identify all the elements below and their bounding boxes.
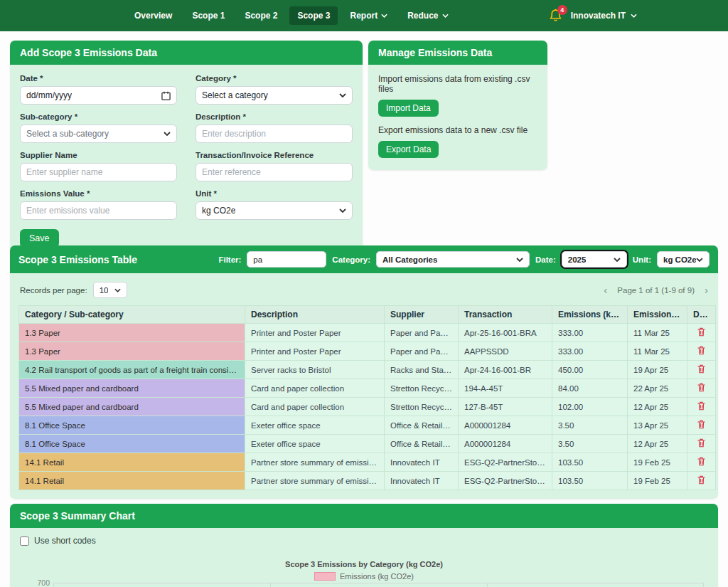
table-header-row: Category / Sub-category Description Supp… bbox=[19, 306, 716, 324]
date-input[interactable]: dd/mm/yyyy bbox=[20, 86, 177, 105]
add-emissions-panel: Add Scope 3 Emissions Data Date * dd/mm/… bbox=[10, 41, 363, 258]
category-cell: 4.2 Rail transport of goods as part of a… bbox=[19, 361, 245, 379]
chart-gridline-vertical bbox=[53, 583, 54, 587]
supplier-cell: Office & Retail Lets bbox=[385, 416, 459, 435]
emissions-cell: 450.00 bbox=[552, 361, 628, 379]
delete-row-button[interactable] bbox=[697, 364, 705, 374]
unit-filter-select[interactable]: kg CO2e bbox=[657, 251, 710, 268]
nav-item-scope1[interactable]: Scope 1 bbox=[184, 6, 232, 25]
category-filter-label: Category: bbox=[332, 255, 370, 264]
description-label: Description * bbox=[196, 112, 353, 121]
table-row: 5.5 Mixed paper and cardboard Card and p… bbox=[19, 379, 716, 398]
import-data-button[interactable]: Import Data bbox=[378, 100, 439, 117]
chevron-down-icon bbox=[516, 258, 523, 262]
emissions-date-cell: 19 Feb 25 bbox=[628, 472, 687, 490]
notification-bell[interactable]: 4 bbox=[550, 9, 562, 23]
emissions-cell: 102.00 bbox=[552, 398, 628, 416]
emissions-date-cell: 12 Apr 25 bbox=[628, 398, 687, 416]
emissions-cell: 103.50 bbox=[552, 472, 628, 490]
filter-input[interactable] bbox=[247, 251, 326, 268]
emissions-value-input[interactable] bbox=[20, 201, 177, 220]
category-select[interactable]: Select a category bbox=[196, 86, 353, 105]
description-cell: Server racks to Bristol bbox=[245, 361, 385, 379]
supplier-input[interactable] bbox=[20, 163, 177, 181]
delete-row-button[interactable] bbox=[697, 475, 705, 485]
nav-item-scope2[interactable]: Scope 2 bbox=[237, 6, 285, 25]
chart-legend: Emissions (kg CO2e) bbox=[10, 572, 718, 581]
chevron-down-icon bbox=[442, 14, 449, 18]
nav-item-scope3[interactable]: Scope 3 bbox=[289, 6, 338, 25]
table-row: 8.1 Office Space Exeter office space Off… bbox=[19, 435, 716, 453]
trash-icon bbox=[697, 327, 705, 337]
nav-label: Scope 2 bbox=[245, 11, 277, 21]
col-header-description: Description bbox=[245, 306, 385, 324]
transaction-cell: ESG-Q2-PartnerStore-Loc5 bbox=[459, 472, 552, 490]
supplier-cell: Racks and Stacks Ltd bbox=[385, 361, 459, 379]
panel-title-text: Add Scope 3 Emissions Data bbox=[20, 47, 157, 58]
col-header-category: Category / Sub-category bbox=[19, 306, 245, 324]
export-description: Export emissions data to a new .csv file bbox=[378, 125, 537, 135]
nav-right: 4 Innovatech IT bbox=[550, 9, 637, 23]
unit-filter-label: Unit: bbox=[633, 255, 651, 264]
nav-label: Scope 1 bbox=[192, 11, 225, 21]
chevron-down-icon bbox=[631, 14, 637, 18]
nav-item-overview[interactable]: Overview bbox=[127, 6, 180, 25]
import-description: Import emissions data from existing .csv… bbox=[378, 74, 537, 94]
next-page-button[interactable]: › bbox=[705, 285, 708, 295]
emissions-cell: 333.00 bbox=[552, 342, 628, 361]
delete-row-button[interactable] bbox=[697, 457, 705, 466]
manage-emissions-panel: Manage Emissions Data Import emissions d… bbox=[368, 41, 547, 170]
table-row: 8.1 Office Space Exeter office space Off… bbox=[19, 416, 716, 435]
records-per-page: Records per page: 10 bbox=[20, 282, 127, 298]
delete-row-button[interactable] bbox=[697, 346, 705, 355]
trash-icon bbox=[697, 346, 705, 355]
chevron-down-icon bbox=[164, 132, 171, 136]
category-field-group: Category * Select a category bbox=[196, 74, 353, 105]
trash-icon bbox=[697, 457, 705, 466]
description-field-group: Description * bbox=[196, 112, 353, 143]
summary-chart-panel: Scope 3 Summary Chart Use short codes Sc… bbox=[10, 504, 718, 587]
unit-select[interactable]: kg CO2e bbox=[196, 201, 353, 220]
delete-row-button[interactable] bbox=[697, 327, 705, 337]
chevron-down-icon bbox=[114, 288, 121, 292]
emissions-date-cell: 22 Apr 25 bbox=[628, 379, 687, 398]
subcategory-value: Select a sub-category bbox=[26, 129, 109, 139]
reference-input[interactable] bbox=[196, 163, 353, 181]
top-navbar: Overview Scope 1 Scope 2 Scope 3 Report … bbox=[0, 0, 728, 31]
transaction-cell: ESG-Q2-PartnerStore-Loc5 bbox=[459, 453, 552, 472]
chevron-down-icon bbox=[614, 258, 621, 262]
category-cell: 1.3 Paper bbox=[19, 324, 245, 342]
category-cell: 8.1 Office Space bbox=[19, 416, 245, 435]
nav-item-reduce[interactable]: Reduce bbox=[400, 6, 456, 25]
panel-title: Add Scope 3 Emissions Data bbox=[10, 41, 363, 65]
transaction-cell: A000001284 bbox=[459, 416, 552, 435]
subcategory-field-group: Sub-category * Select a sub-category bbox=[20, 112, 177, 143]
export-data-button[interactable]: Export Data bbox=[378, 141, 439, 158]
use-short-codes-checkbox[interactable] bbox=[20, 536, 29, 546]
prev-page-button[interactable]: ‹ bbox=[604, 285, 607, 295]
records-select[interactable]: 10 bbox=[93, 282, 127, 298]
transaction-cell: Apr-25-16-001-BRA bbox=[459, 324, 552, 342]
description-cell: Exeter office space bbox=[245, 435, 385, 453]
subcategory-select[interactable]: Select a sub-category bbox=[20, 125, 177, 143]
delete-row-button[interactable] bbox=[697, 420, 705, 429]
emissions-date-cell: 19 Feb 25 bbox=[628, 453, 687, 472]
chevron-down-icon bbox=[339, 208, 346, 213]
reference-label: Transaction/Invoice Reference bbox=[196, 151, 353, 159]
nav-item-report[interactable]: Report bbox=[342, 6, 395, 25]
emissions-date-cell: 12 Apr 25 bbox=[628, 435, 687, 453]
delete-row-button[interactable] bbox=[697, 383, 705, 392]
supplier-field-group: Supplier Name bbox=[20, 151, 177, 181]
pagination: ‹ Page 1 of 1 (1-9 of 9) › bbox=[604, 285, 708, 295]
supplier-cell: Innovatech IT bbox=[385, 453, 459, 472]
delete-row-button[interactable] bbox=[697, 438, 705, 448]
chevron-down-icon bbox=[339, 93, 346, 97]
trash-icon bbox=[697, 420, 705, 429]
category-filter-select[interactable]: All Categories bbox=[376, 251, 530, 268]
description-input[interactable] bbox=[196, 125, 353, 143]
account-menu[interactable]: Innovatech IT bbox=[571, 11, 637, 21]
transaction-cell: A000001284 bbox=[459, 435, 552, 453]
nav-label: Report bbox=[350, 11, 378, 21]
date-filter-select[interactable]: 2025 bbox=[562, 251, 627, 268]
delete-row-button[interactable] bbox=[697, 401, 705, 411]
